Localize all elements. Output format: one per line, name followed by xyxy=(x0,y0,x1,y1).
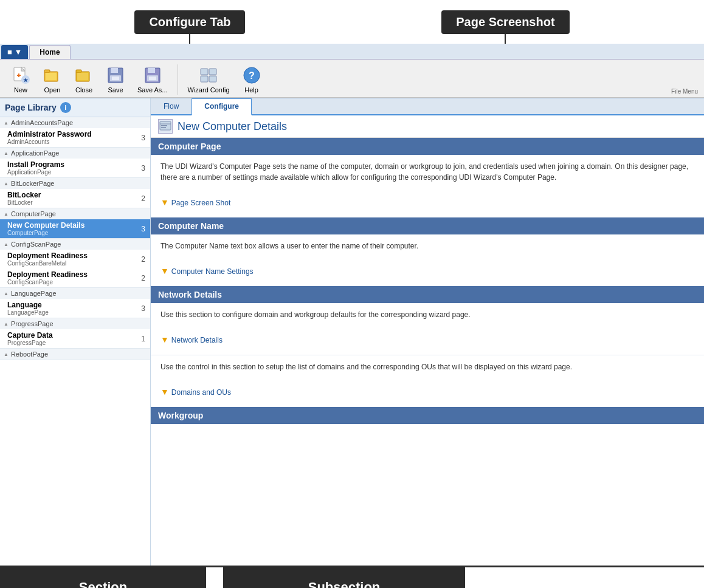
triangle-icon: ▲ xyxy=(4,181,9,186)
chevron-icon: ▼ xyxy=(160,333,169,346)
new-label: New xyxy=(14,86,27,94)
item-subname: ApplicationPage xyxy=(7,169,134,176)
svg-rect-29 xyxy=(161,125,167,126)
svg-rect-8 xyxy=(46,73,57,80)
ribbon-new-button[interactable]: ★ New xyxy=(6,63,35,96)
item-name: Language xyxy=(7,301,134,309)
content-area: Flow Configure New Computer Details Comp… xyxy=(151,98,704,566)
ribbon-menu-button[interactable]: ■ ▼ xyxy=(1,45,28,59)
svg-rect-17 xyxy=(148,68,155,73)
sidebar-group-header-applicationpage[interactable]: ▲ ApplicationPage xyxy=(0,148,150,159)
sidebar-item-deployment-readiness-scan[interactable]: Deployment Readiness ConfigScanPage 2 xyxy=(0,268,150,287)
group-label: ProgressPage xyxy=(11,320,53,327)
group-label: LanguagePage xyxy=(11,290,57,297)
section-header-computer-name: Computer Name xyxy=(151,217,704,234)
page-content: New Computer Details Computer Page The U… xyxy=(151,115,704,566)
annotation-gap-1 xyxy=(206,567,223,588)
sidebar-group-header-computerpage[interactable]: ▲ ComputerPage xyxy=(0,208,150,219)
sidebar-group-header-adminaccountspage[interactable]: ▲ AdminAccountsPage xyxy=(0,117,150,128)
new-icon: ★ xyxy=(11,66,30,85)
svg-rect-20 xyxy=(201,69,208,75)
group-label: BitLockerPage xyxy=(11,180,55,187)
ribbon-open-button[interactable]: Open xyxy=(38,63,67,96)
subsection-label: Domains and OUs xyxy=(171,387,231,398)
help-label: Help xyxy=(244,86,258,94)
triangle-icon: ▲ xyxy=(4,242,9,247)
ribbon-help-button[interactable]: ? Help xyxy=(237,63,266,96)
subsection-link-computer-name-settings[interactable]: ▼ Computer Name Settings xyxy=(160,262,694,280)
save-label: Save xyxy=(108,86,123,94)
sidebar-item-capture-data[interactable]: Capture Data ProgressPage 1 xyxy=(0,329,150,348)
sidebar-group-rebootpage: ▲ RebootPage xyxy=(0,349,150,360)
item-subname: LanguagePage xyxy=(7,309,134,316)
sidebar-group-progresspage: ▲ ProgressPage Capture Data ProgressPage… xyxy=(0,318,150,349)
subsection-link-network-details[interactable]: ▼ Network Details xyxy=(160,331,694,349)
sidebar-item-new-computer-details[interactable]: New Computer Details ComputerPage 3 xyxy=(0,219,150,238)
open-icon xyxy=(43,66,62,85)
sidebar-item-deployment-readiness-baremetal[interactable]: Deployment Readiness ConfigScanBareMetal… xyxy=(0,250,150,268)
ribbon-wizard-config-button[interactable]: Wizard Config xyxy=(183,63,235,96)
ribbon: ■ ▼ Home ★ New xyxy=(0,44,704,98)
item-name: New Computer Details xyxy=(7,221,134,230)
chevron-icon: ▼ xyxy=(160,196,169,209)
section-header-network-details: Network Details xyxy=(151,286,704,303)
subsection-link-page-screenshot[interactable]: ▼ Page Screen Shot xyxy=(160,194,694,211)
sidebar-group-header-configscanpage[interactable]: ▲ ConfigScanPage xyxy=(0,239,150,250)
page-title-icon xyxy=(158,119,173,134)
ribbon-divider-1 xyxy=(178,64,178,95)
sidebar: Page Library i ▲ AdminAccountsPage Admin… xyxy=(0,98,151,566)
tab-flow[interactable]: Flow xyxy=(151,98,192,114)
sidebar-item-install-programs[interactable]: Install Programs ApplicationPage 3 xyxy=(0,159,150,177)
sidebar-info-icon[interactable]: i xyxy=(60,102,71,113)
sidebar-item-language[interactable]: Language LanguagePage 3 xyxy=(0,299,150,318)
subsection-label: Computer Name Settings xyxy=(171,266,254,277)
open-label: Open xyxy=(44,86,61,94)
sidebar-item-bitlocker[interactable]: BitLocker BitLocker 2 xyxy=(0,189,150,208)
section-description: Use this section to configure domain and… xyxy=(160,309,694,320)
triangle-icon: ▲ xyxy=(4,321,9,327)
svg-rect-13 xyxy=(111,68,118,73)
annotation-gap-2 xyxy=(465,567,704,588)
item-subname: BitLocker xyxy=(7,199,134,206)
ribbon-tabs: ■ ▼ Home xyxy=(0,44,704,60)
triangle-icon: ▲ xyxy=(4,120,9,126)
ribbon-tab-home[interactable]: Home xyxy=(29,45,70,59)
sidebar-group-bitlockerpage: ▲ BitLockerPage BitLocker BitLocker 2 xyxy=(0,178,150,208)
svg-rect-11 xyxy=(77,73,88,80)
save-icon xyxy=(106,66,125,85)
ribbon-save-as-button[interactable]: Save As... xyxy=(133,63,173,96)
item-num: 3 xyxy=(137,304,145,313)
svg-rect-15 xyxy=(112,77,119,80)
sidebar-group-header-languagepage[interactable]: ▲ LanguagePage xyxy=(0,288,150,299)
group-label: ComputerPage xyxy=(11,210,56,217)
sidebar-group-header-bitlockerpage[interactable]: ▲ BitLockerPage xyxy=(0,178,150,189)
svg-rect-30 xyxy=(161,127,166,128)
svg-rect-10 xyxy=(76,70,81,72)
item-subname: ProgressPage xyxy=(7,340,134,346)
sidebar-item-administrator-password[interactable]: Administrator Password AdminAccounts 3 xyxy=(0,128,150,147)
group-label: AdminAccountsPage xyxy=(11,119,73,126)
triangle-icon: ▲ xyxy=(4,352,9,357)
sidebar-group-header-progresspage[interactable]: ▲ ProgressPage xyxy=(0,318,150,329)
ribbon-close-button[interactable]: Close xyxy=(69,63,98,96)
sidebar-scroll[interactable]: ▲ AdminAccountsPage Administrator Passwo… xyxy=(0,117,150,566)
sidebar-group-languagepage: ▲ LanguagePage Language LanguagePage 3 xyxy=(0,288,150,318)
section-body-computer-name: The Computer Name text box allows a user… xyxy=(151,234,704,286)
sidebar-group-header-rebootpage[interactable]: ▲ RebootPage xyxy=(0,349,150,360)
subsection-link-domains-ous[interactable]: ▼ Domains and OUs xyxy=(160,383,694,401)
close-icon xyxy=(74,66,94,85)
subsection-annotation-label: Subsection xyxy=(308,579,381,589)
item-name: BitLocker xyxy=(7,191,134,199)
item-subname: ConfigScanBareMetal xyxy=(7,260,134,267)
svg-rect-21 xyxy=(209,69,216,75)
tab-configure[interactable]: Configure xyxy=(192,98,252,115)
section-header-computer-page: Computer Page xyxy=(151,138,704,155)
configure-tab-annotation: Configure Tab xyxy=(134,10,245,34)
ribbon-save-button[interactable]: Save xyxy=(101,63,130,96)
svg-rect-19 xyxy=(149,77,156,80)
item-num: 2 xyxy=(137,194,145,203)
item-name: Deployment Readiness xyxy=(7,270,134,279)
wizard-config-icon xyxy=(199,66,218,85)
bottom-annotation-bar: Section Subsection xyxy=(0,566,704,588)
triangle-icon: ▲ xyxy=(4,291,9,296)
